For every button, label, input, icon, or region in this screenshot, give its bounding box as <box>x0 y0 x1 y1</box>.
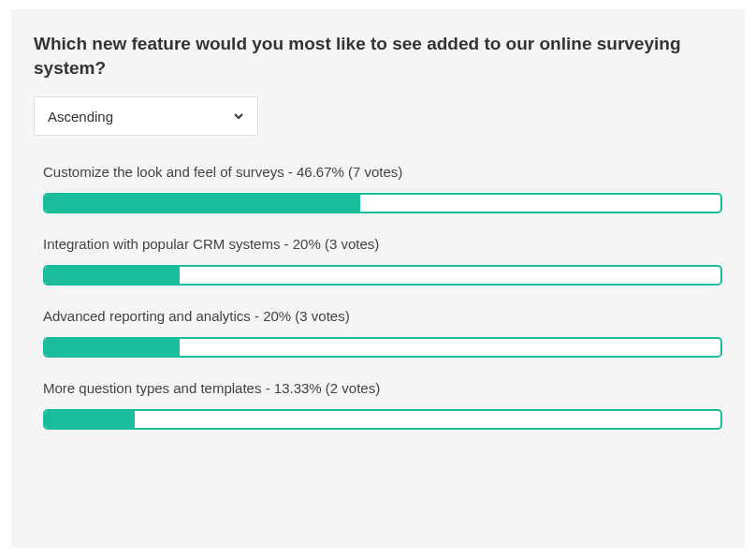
result-label: More question types and templates - 13.3… <box>43 380 722 396</box>
result-label: Advanced reporting and analytics - 20% (… <box>43 308 722 324</box>
result-bar-fill <box>45 195 360 212</box>
result-row: More question types and templates - 13.3… <box>43 380 722 430</box>
results-panel: Which new feature would you most like to… <box>11 9 745 548</box>
result-label: Integration with popular CRM systems - 2… <box>43 236 722 252</box>
result-bar <box>43 409 722 430</box>
result-label: Customize the look and feel of surveys -… <box>43 164 722 180</box>
result-bar-fill <box>45 339 180 356</box>
result-bar-fill <box>45 267 180 284</box>
result-row: Customize the look and feel of surveys -… <box>43 164 722 213</box>
result-bar-fill <box>45 411 135 428</box>
question-title: Which new feature would you most like to… <box>34 32 707 80</box>
sort-select[interactable]: Ascending <box>34 96 258 136</box>
results-list: Customize the look and feel of surveys -… <box>34 164 722 430</box>
result-row: Integration with popular CRM systems - 2… <box>43 236 722 286</box>
result-bar <box>43 193 722 213</box>
result-bar <box>43 265 722 286</box>
result-bar <box>43 337 722 358</box>
chevron-down-icon <box>233 109 244 125</box>
sort-select-wrap: Ascending <box>34 96 258 136</box>
sort-select-value: Ascending <box>48 109 113 125</box>
result-row: Advanced reporting and analytics - 20% (… <box>43 308 722 358</box>
